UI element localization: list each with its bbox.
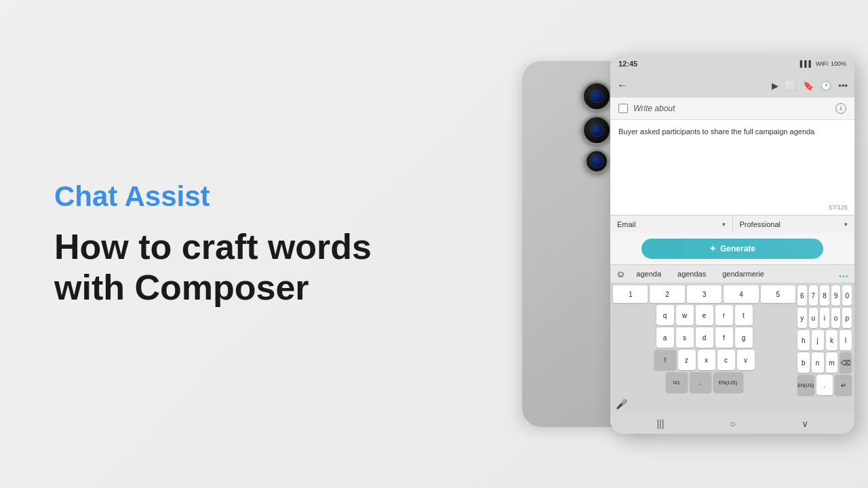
keyboard-bottom: 🎤: [613, 397, 852, 411]
right-row-yuiop: y u i o p: [797, 308, 852, 328]
suggestions-more-icon[interactable]: …: [838, 268, 849, 280]
dropdowns-row: Email ▾ Professional ▾: [610, 216, 854, 233]
key-o[interactable]: o: [831, 308, 841, 328]
home-icon[interactable]: ○: [730, 418, 735, 429]
row-zxcv: ⇧ z x c v: [613, 350, 795, 370]
key-k[interactable]: k: [826, 330, 838, 350]
tone-dropdown-label: Professional: [740, 220, 781, 228]
row-qwerty: q w e r t: [613, 305, 795, 325]
keyboard-right: 6 7 8 9 0 y u i o p: [797, 285, 852, 397]
clock-icon[interactable]: 🕐: [821, 81, 831, 91]
key-f[interactable]: f: [715, 327, 733, 348]
row-asdf: a s d f g: [613, 327, 795, 348]
subtitle-line2: with Composer: [54, 268, 309, 307]
key-l[interactable]: l: [840, 330, 852, 350]
row-bottom: !#1 , EN(US): [613, 372, 795, 392]
key-9[interactable]: 9: [831, 285, 841, 306]
camera-lens-3: [585, 149, 609, 174]
right-row-bnm: b n m ⌫: [797, 352, 852, 373]
key-b[interactable]: b: [797, 352, 810, 373]
key-2[interactable]: 2: [650, 285, 684, 303]
key-y[interactable]: y: [797, 308, 807, 328]
key-q[interactable]: q: [656, 305, 674, 325]
key-5[interactable]: 5: [761, 285, 795, 303]
phone-bottom-nav: ||| ○ ∨: [610, 413, 854, 434]
period-key[interactable]: .: [816, 375, 833, 395]
backspace-key[interactable]: ⌫: [840, 352, 852, 373]
generate-row: ✦ Generate: [610, 233, 854, 264]
phone-front: 12:45 ▌▌▌ WiFi 100% ← ▶ ⬜ 🔖 🕐 •••: [610, 54, 854, 434]
right-num-row: 6 7 8 9 0: [797, 285, 852, 306]
text-content: Buyer asked participants to share the fu…: [618, 127, 846, 137]
emoji-icon[interactable]: ☺: [616, 268, 625, 279]
key-h[interactable]: h: [797, 330, 810, 350]
key-7[interactable]: 7: [809, 285, 818, 306]
key-x[interactable]: x: [698, 350, 715, 370]
num-row: 1 2 3 4 5: [613, 285, 795, 303]
keyboard-container: 1 2 3 4 5 q w e r t: [613, 285, 852, 397]
key-c[interactable]: c: [717, 350, 735, 370]
key-n[interactable]: n: [812, 352, 824, 373]
key-8[interactable]: 8: [820, 285, 829, 306]
key-6[interactable]: 6: [797, 285, 807, 306]
camera-lens-1: [582, 81, 612, 111]
comma-key[interactable]: ,: [690, 372, 711, 392]
bookmark-icon[interactable]: 🔖: [803, 81, 814, 91]
share-icon[interactable]: ⬜: [785, 81, 796, 91]
key-1[interactable]: 1: [613, 285, 648, 303]
key-w[interactable]: w: [676, 305, 694, 325]
right-en-key[interactable]: EN(US): [797, 375, 814, 395]
info-icon[interactable]: i: [835, 103, 846, 114]
key-p[interactable]: p: [842, 308, 852, 328]
key-d[interactable]: d: [696, 327, 713, 348]
status-bar: 12:45 ▌▌▌ WiFi 100%: [610, 54, 854, 73]
keyboard-left: 1 2 3 4 5 q w e r t: [613, 285, 795, 397]
suggestion-2[interactable]: agendas: [672, 268, 711, 279]
subtitle-line1: How to craft words: [54, 227, 372, 266]
right-panel: 12:45 ▌▌▌ WiFi 100% ← ▶ ⬜ 🔖 🕐 •••: [488, 0, 868, 488]
key-a[interactable]: a: [656, 327, 674, 348]
back-button[interactable]: ←: [617, 79, 628, 92]
more-icon[interactable]: •••: [838, 81, 848, 91]
num-switch-key[interactable]: !#1: [666, 372, 688, 392]
key-g[interactable]: g: [735, 327, 753, 348]
content-area: Write about i Buyer asked participants t…: [610, 98, 854, 413]
play-icon[interactable]: ▶: [772, 81, 778, 91]
key-u[interactable]: u: [809, 308, 818, 328]
signal-icon: ▌▌▌: [800, 60, 813, 67]
space-key[interactable]: EN(US): [713, 372, 743, 392]
email-dropdown[interactable]: Email ▾: [610, 216, 732, 233]
battery-icon: 100%: [831, 60, 846, 67]
suggestion-3[interactable]: gendarmerie: [717, 268, 770, 279]
key-v[interactable]: v: [737, 350, 755, 370]
key-4[interactable]: 4: [724, 285, 758, 303]
dropdown-arrow-left: ▾: [722, 221, 726, 228]
generate-label: Generate: [720, 244, 755, 253]
status-icons: ▌▌▌ WiFi 100%: [800, 60, 846, 67]
left-panel: Chat Assist How to craft words with Comp…: [0, 139, 488, 349]
write-about-checkbox[interactable]: [618, 104, 628, 113]
key-i[interactable]: i: [820, 308, 829, 328]
enter-key[interactable]: ↵: [835, 375, 852, 395]
tone-dropdown[interactable]: Professional ▾: [733, 216, 855, 233]
key-0[interactable]: 0: [842, 285, 852, 306]
key-3[interactable]: 3: [687, 285, 722, 303]
key-z[interactable]: z: [678, 350, 696, 370]
camera-lens-2: [582, 115, 612, 145]
back-gesture-icon[interactable]: ∨: [802, 418, 808, 429]
recent-apps-icon[interactable]: |||: [656, 418, 664, 429]
mic-icon[interactable]: 🎤: [616, 399, 627, 409]
write-about-bar: Write about i: [610, 98, 854, 120]
key-e[interactable]: e: [696, 305, 713, 325]
key-s[interactable]: s: [676, 327, 694, 348]
suggestion-1[interactable]: agenda: [631, 268, 667, 279]
nav-icons: ▶ ⬜ 🔖 🕐 •••: [772, 81, 848, 91]
key-r[interactable]: r: [715, 305, 733, 325]
generate-button[interactable]: ✦ Generate: [642, 239, 824, 259]
key-m[interactable]: m: [826, 352, 838, 373]
shift-key[interactable]: ⇧: [654, 350, 676, 370]
key-j[interactable]: j: [812, 330, 824, 350]
text-input-area[interactable]: Buyer asked participants to share the fu…: [610, 120, 854, 215]
right-row-hjkl: h j k l: [797, 330, 852, 350]
key-t[interactable]: t: [735, 305, 753, 325]
